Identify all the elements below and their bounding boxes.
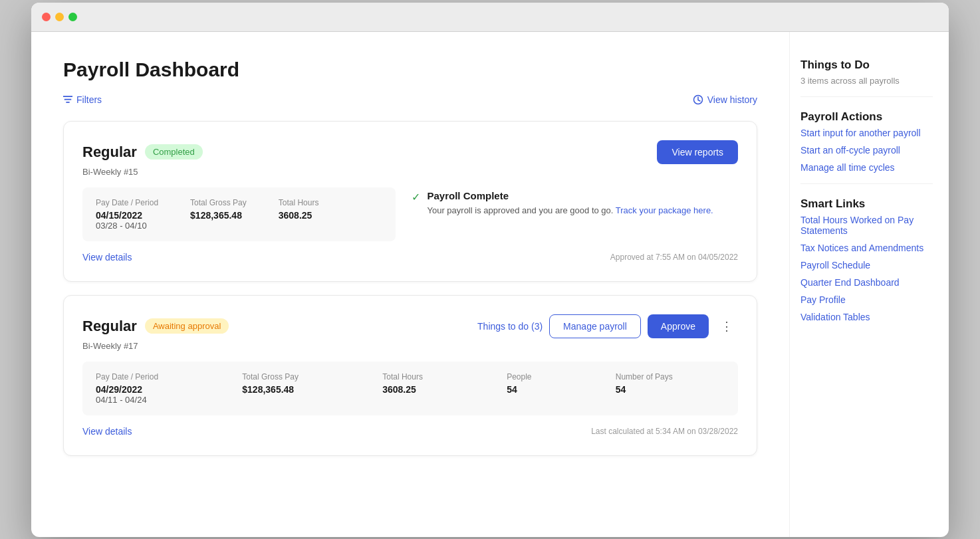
card2-gross-col: Total Gross Pay $128,365.48	[242, 372, 350, 405]
sidebar-link-quarter-end[interactable]: Quarter End Dashboard	[800, 277, 933, 288]
history-icon	[693, 94, 703, 105]
card2-header: Regular Awaiting approval Things to do (…	[82, 314, 738, 338]
card2-hours-col: Total Hours 3608.25	[382, 372, 475, 405]
card2-footer: View details Last calculated at 5:34 AM …	[82, 426, 738, 437]
card1-title: Regular	[82, 144, 137, 161]
payroll-actions-title: Payroll Actions	[800, 110, 933, 124]
card1-footer: View details Approved at 7:55 AM on 04/0…	[82, 252, 738, 263]
card2-subtitle: Bi-Weekly #17	[82, 341, 738, 351]
payroll-card-1: Regular Completed View reports Bi-Weekly…	[63, 121, 757, 282]
card2-title: Regular	[82, 318, 137, 335]
sidebar: Things to Do 3 items across all payrolls…	[789, 32, 949, 537]
card1-gross-label: Total Gross Pay	[190, 198, 247, 207]
card1-hours-col: Total Hours 3608.25	[279, 198, 319, 231]
view-reports-button[interactable]: View reports	[657, 140, 738, 164]
sidebar-link-validation-tables[interactable]: Validation Tables	[800, 312, 933, 322]
card1-hours-label: Total Hours	[279, 198, 319, 207]
filters-button[interactable]: Filters	[63, 94, 102, 105]
card2-footer-meta: Last calculated at 5:34 AM on 03/28/2022	[591, 427, 738, 436]
card1-pay-date-col: Pay Date / Period 04/15/2022 03/28 - 04/…	[96, 198, 158, 231]
card2-numpays-col: Number of Pays 54	[616, 372, 725, 405]
maximize-dot[interactable]	[68, 13, 77, 21]
things-to-do-subtitle: 3 items across all payrolls	[800, 76, 933, 86]
card1-subtitle: Bi-Weekly #15	[82, 167, 738, 177]
card2-pay-date-label: Pay Date / Period	[96, 372, 210, 381]
sidebar-link-tax-notices[interactable]: Tax Notices and Amendments	[800, 243, 933, 253]
check-icon: ✓	[412, 191, 420, 203]
divider-1	[800, 96, 933, 97]
card2-grid: Pay Date / Period 04/29/2022 04/11 - 04/…	[82, 362, 738, 415]
card1-pay-date-label: Pay Date / Period	[96, 198, 158, 207]
card1-gross-value: $128,365.48	[190, 210, 247, 221]
card2-title-row: Regular Awaiting approval	[82, 318, 229, 335]
card1-pay-date-value: 04/15/2022	[96, 210, 158, 221]
card1-main: Pay Date / Period 04/15/2022 03/28 - 04/…	[82, 187, 738, 241]
card2-period-value: 04/11 - 04/24	[96, 395, 210, 405]
card2-pay-date-value: 04/29/2022	[96, 384, 210, 395]
card1-status-title: Payroll Complete	[427, 190, 713, 201]
mac-window: Payroll Dashboard Filters View history	[31, 3, 949, 537]
sidebar-link-pay-profile[interactable]: Pay Profile	[800, 294, 933, 305]
card1-grid: Pay Date / Period 04/15/2022 03/28 - 04/…	[82, 187, 396, 241]
divider-2	[800, 183, 933, 184]
card1-status: ✓ Payroll Complete Your payroll is appro…	[412, 187, 738, 241]
card2-badge: Awaiting approval	[145, 318, 229, 334]
content-area: Payroll Dashboard Filters View history	[31, 32, 949, 537]
card1-status-text: Payroll Complete Your payroll is approve…	[427, 190, 713, 217]
more-options-button[interactable]: ⋮	[715, 316, 738, 336]
card1-view-details[interactable]: View details	[82, 252, 132, 263]
card2-pay-date-col: Pay Date / Period 04/29/2022 04/11 - 04/…	[96, 372, 210, 405]
sidebar-link-off-cycle[interactable]: Start an off-cycle payroll	[800, 145, 933, 156]
smart-links-title: Smart Links	[800, 197, 933, 211]
card1-data: Pay Date / Period 04/15/2022 03/28 - 04/…	[82, 187, 396, 241]
card2-hours-value: 3608.25	[382, 384, 475, 395]
minimize-dot[interactable]	[55, 13, 64, 21]
ellipsis-icon: ⋮	[721, 319, 733, 334]
card2-numpays-value: 54	[616, 384, 725, 395]
card1-period-value: 03/28 - 04/10	[96, 221, 158, 231]
sidebar-link-payroll-schedule[interactable]: Payroll Schedule	[800, 260, 933, 270]
card1-header: Regular Completed View reports	[82, 140, 738, 164]
card2-numpays-label: Number of Pays	[616, 372, 725, 381]
approve-button[interactable]: Approve	[648, 314, 709, 338]
filter-icon	[63, 96, 72, 104]
things-to-do-badge[interactable]: Things to do (3)	[477, 321, 543, 332]
card2-people-col: People 54	[507, 372, 584, 405]
card1-badge: Completed	[145, 144, 203, 160]
card1-gross-col: Total Gross Pay $128,365.48	[190, 198, 247, 231]
main-panel: Payroll Dashboard Filters View history	[31, 32, 789, 537]
sidebar-link-start-input[interactable]: Start input for another payroll	[800, 128, 933, 138]
view-history-button[interactable]: View history	[693, 94, 757, 105]
card1-status-desc: Your payroll is approved and you are goo…	[427, 204, 713, 217]
page-title: Payroll Dashboard	[63, 58, 757, 81]
card2-gross-label: Total Gross Pay	[242, 372, 350, 381]
card2-gross-value: $128,365.48	[242, 384, 350, 395]
titlebar	[31, 3, 949, 32]
payroll-card-2: Regular Awaiting approval Things to do (…	[63, 295, 757, 456]
card2-view-details[interactable]: View details	[82, 426, 132, 437]
sidebar-link-time-cycles[interactable]: Manage all time cycles	[800, 162, 933, 173]
card1-footer-meta: Approved at 7:55 AM on 04/05/2022	[610, 253, 738, 262]
card2-people-label: People	[507, 372, 584, 381]
card2-actions: Things to do (3) Manage payroll Approve …	[477, 314, 738, 338]
manage-payroll-button[interactable]: Manage payroll	[549, 314, 641, 338]
close-dot[interactable]	[42, 13, 51, 21]
card2-people-value: 54	[507, 384, 584, 395]
card1-title-row: Regular Completed	[82, 144, 203, 161]
things-to-do-title: Things to Do	[800, 58, 933, 72]
sidebar-link-total-hours[interactable]: Total Hours Worked on Pay Statements	[800, 215, 933, 236]
track-package-link[interactable]: Track your package here.	[616, 205, 713, 215]
card1-hours-value: 3608.25	[279, 210, 319, 221]
card2-hours-label: Total Hours	[382, 372, 475, 381]
toolbar: Filters View history	[63, 94, 757, 105]
